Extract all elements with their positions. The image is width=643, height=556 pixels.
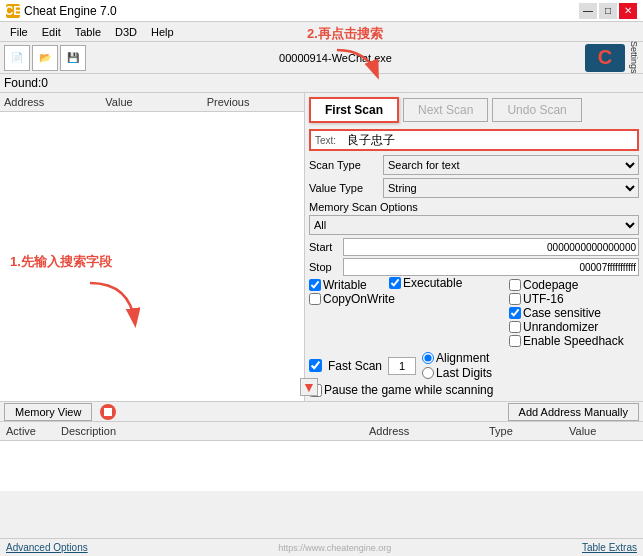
casesensitive-checkbox[interactable] (509, 307, 521, 319)
codepage-checkbox[interactable] (509, 279, 521, 291)
memory-scan-label: Memory Scan Options (309, 201, 639, 213)
options-row: Writable Executable CopyOnWrite Codepage (309, 278, 639, 348)
main-panels: Address Value Previous First Scan Next S… (0, 93, 643, 401)
scan-type-label: Scan Type (309, 159, 379, 171)
left-checkboxes: Writable Executable CopyOnWrite (309, 278, 501, 348)
unrandomizer-checkbox[interactable] (509, 321, 521, 333)
value-type-label: Value Type (309, 182, 379, 194)
undo-scan-button[interactable]: Undo Scan (492, 98, 581, 122)
toolbar-open[interactable]: 📂 (32, 45, 58, 71)
codepage-check: Codepage (509, 278, 639, 292)
speedhack-label: Enable Speedhack (523, 334, 624, 348)
table-extras-link[interactable]: Table Extras (582, 542, 637, 553)
casesensitive-label: Case sensitive (523, 306, 601, 320)
content-area: Found:0 Address Value Previous First Sca… (0, 74, 643, 556)
bottom-bar: Memory View Add Address Manually (0, 401, 643, 421)
stop-address-input[interactable] (343, 258, 639, 276)
fast-scan-label: Fast Scan (328, 359, 382, 373)
found-count: Found:0 (4, 76, 48, 90)
toolbar-save[interactable]: 💾 (60, 45, 86, 71)
utf16-label: UTF-16 (523, 292, 564, 306)
menu-table[interactable]: Table (69, 24, 107, 40)
toolbar: 📄 📂 💾 00000914-WeChat.exe C Settings (0, 42, 643, 74)
lastdigits-radio[interactable] (422, 367, 434, 379)
toolbar-new[interactable]: 📄 (4, 45, 30, 71)
window-controls: — □ ✕ (579, 3, 637, 19)
casesensitive-check: Case sensitive (509, 306, 639, 320)
next-scan-button[interactable]: Next Scan (403, 98, 488, 122)
right-checkboxes: Codepage UTF-16 Case sensitive Unrandomi… (509, 278, 639, 348)
found-bar: Found:0 (0, 74, 643, 93)
pause-checkbox[interactable] (309, 384, 322, 397)
copyonwrite-checkbox[interactable] (309, 293, 321, 305)
stop-circle-icon (100, 404, 116, 420)
first-scan-button[interactable]: First Scan (309, 97, 399, 123)
speedhack-checkbox[interactable] (509, 335, 521, 347)
executable-checkbox[interactable] (389, 277, 401, 289)
footer: Advanced Options https://www.cheatengine… (0, 538, 643, 556)
col-value: Value (101, 95, 202, 109)
start-address-input[interactable] (343, 238, 639, 256)
start-addr-row: Start (309, 238, 639, 256)
scan-type-select[interactable]: Search for text (383, 155, 639, 175)
minimize-button[interactable]: — (579, 3, 597, 19)
value-type-select[interactable]: String (383, 178, 639, 198)
col-previous: Previous (203, 95, 304, 109)
speedhack-check: Enable Speedhack (509, 334, 639, 348)
codepage-label: Codepage (523, 278, 578, 292)
stop-icon-wrap (100, 404, 116, 420)
fast-scan-radio-group: Alignment Last Digits (422, 351, 492, 380)
pause-label: Pause the game while scanning (324, 383, 493, 397)
scan-type-row: Scan Type Search for text (309, 155, 639, 175)
fast-scan-row: Fast Scan Alignment Last Digits (309, 351, 639, 380)
app-icon: CE (6, 4, 20, 18)
fast-scan-checkbox[interactable] (309, 359, 322, 372)
lower-col-value: Value (563, 424, 643, 438)
lower-col-active: Active (0, 424, 55, 438)
memory-scan-section: Memory Scan Options All Start Stop (309, 201, 639, 278)
menu-edit[interactable]: Edit (36, 24, 67, 40)
fast-scan-input[interactable] (388, 357, 416, 375)
lower-col-type: Type (483, 424, 563, 438)
menu-file[interactable]: File (4, 24, 34, 40)
menu-help[interactable]: Help (145, 24, 180, 40)
results-list (0, 112, 304, 401)
stop-inner (104, 408, 112, 416)
value-type-row: Value Type String (309, 178, 639, 198)
col-address: Address (0, 95, 101, 109)
alignment-radio[interactable] (422, 352, 434, 364)
memory-region-select[interactable]: All (309, 215, 639, 235)
column-headers: Address Value Previous (0, 93, 304, 112)
stop-addr-row: Stop (309, 258, 639, 276)
utf16-checkbox[interactable] (509, 293, 521, 305)
menu-d3d[interactable]: D3D (109, 24, 143, 40)
stop-label: Stop (309, 261, 339, 273)
lower-table-body (0, 441, 643, 491)
copyonwrite-check: CopyOnWrite (309, 292, 501, 306)
text-field-group: Text: (309, 129, 639, 151)
left-panel: Address Value Previous (0, 93, 305, 401)
text-label: Text: (315, 135, 343, 146)
utf16-check: UTF-16 (509, 292, 639, 306)
start-label: Start (309, 241, 339, 253)
lastdigits-radio-item: Last Digits (422, 366, 492, 380)
menu-bar: File Edit Table D3D Help (0, 22, 643, 42)
close-button[interactable]: ✕ (619, 3, 637, 19)
lower-col-address: Address (363, 424, 483, 438)
lower-column-headers: Active Description Address Type Value (0, 422, 643, 441)
executable-check: Executable (389, 276, 501, 290)
text-search-input[interactable] (347, 133, 633, 147)
writable-label: Writable (323, 278, 367, 292)
advanced-options-link[interactable]: Advanced Options (6, 542, 88, 553)
process-title: 00000914-WeChat.exe (88, 52, 583, 64)
right-panel: First Scan Next Scan Undo Scan Text: Sca… (305, 93, 643, 401)
alignment-label: Alignment (436, 351, 489, 365)
memory-view-button[interactable]: Memory View (4, 403, 92, 421)
writable-checkbox[interactable] (309, 279, 321, 291)
add-address-button[interactable]: Add Address Manually (508, 403, 639, 421)
copyonwrite-label: CopyOnWrite (323, 292, 395, 306)
window-title: Cheat Engine 7.0 (24, 4, 579, 18)
settings-label[interactable]: Settings (629, 41, 639, 74)
executable-label: Executable (403, 276, 462, 290)
maximize-button[interactable]: □ (599, 3, 617, 19)
